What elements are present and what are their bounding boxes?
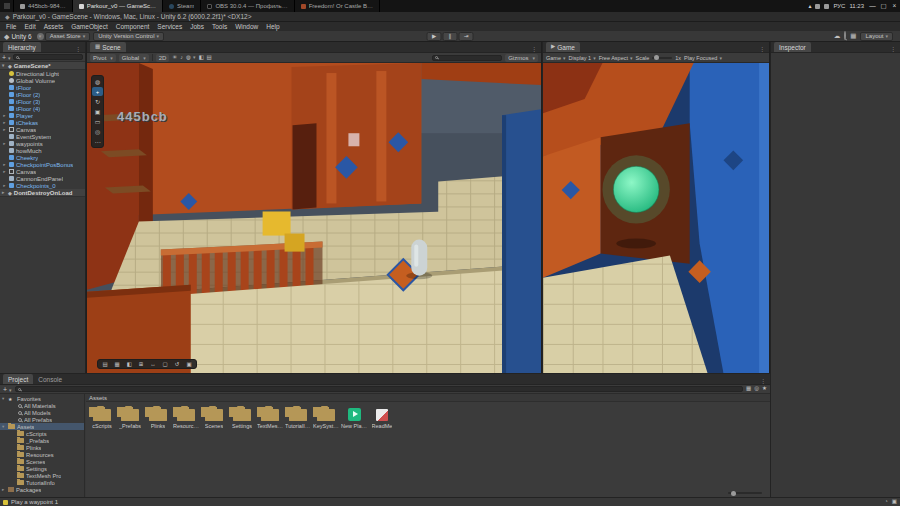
tab-scene[interactable]: ▦Scene (90, 42, 126, 52)
tree-row[interactable]: ▸ Packages (0, 486, 84, 493)
asset-grid-item[interactable]: KeySyste… (313, 406, 339, 429)
asset-grid-item[interactable]: TutorialIn… (285, 406, 311, 429)
tree-row[interactable]: All Models (0, 409, 84, 416)
close-button[interactable]: × (889, 0, 900, 12)
fold-arrow[interactable]: ▸ (2, 113, 7, 118)
tree-row[interactable]: Plinks (0, 444, 84, 451)
tree-row[interactable]: All Materials (0, 402, 84, 409)
pivot-mode-dropdown[interactable]: Pivot (90, 54, 116, 62)
search-icon[interactable] (844, 33, 846, 40)
dontdestroyonload-header[interactable]: ▸ ◆ DontDestroyOnLoad (0, 189, 85, 197)
overlay-button[interactable]: ↺ (172, 360, 182, 368)
hierarchy-item[interactable]: ▸ Player (0, 112, 85, 119)
menu-item[interactable]: Tools (208, 23, 231, 30)
menu-item[interactable]: Help (262, 23, 283, 30)
hierarchy-item[interactable]: tFloor (0, 84, 85, 91)
maximize-button[interactable]: ▢ (878, 0, 889, 12)
tree-row[interactable]: Resources (0, 451, 84, 458)
2d-toggle[interactable]: 2D (156, 54, 170, 62)
hierarchy-item[interactable]: ▸ waypoints (0, 140, 85, 147)
hierarchy-item[interactable]: tFloor (4) (0, 105, 85, 112)
handle-orientation-dropdown[interactable]: Global (119, 54, 149, 62)
scene-3d-text[interactable]: 445bcb (117, 109, 168, 124)
yellow-block[interactable] (263, 211, 291, 235)
layers-icon[interactable]: ▦ (850, 33, 856, 40)
breadcrumb[interactable]: Assets (86, 394, 770, 402)
asset-grid-item[interactable]: Resources (173, 406, 199, 429)
asset-grid-item[interactable]: Settings (229, 406, 255, 429)
create-asset-button[interactable] (3, 386, 12, 393)
hierarchy-item[interactable]: Directional Light (0, 70, 85, 77)
tool-button[interactable]: ▭ (92, 117, 103, 126)
overlay-button[interactable]: ◧ (124, 360, 134, 368)
fold-arrow[interactable]: ▸ (2, 120, 7, 125)
asset-grid-item[interactable]: TextMes… (257, 406, 283, 429)
hierarchy-item[interactable]: ▸ Checkpoints_0 (0, 182, 85, 189)
window-tab[interactable]: Steam (163, 0, 201, 12)
camera-icon[interactable]: ▤ (207, 55, 212, 61)
menu-item[interactable]: Window (231, 23, 262, 30)
overlay-button[interactable]: ▣ (184, 360, 194, 368)
menu-item[interactable]: Edit (20, 23, 39, 30)
project-search-input[interactable] (15, 386, 743, 392)
gizmos-dropdown[interactable]: Gizmos (505, 54, 538, 62)
window-tab[interactable]: OBS 30.0.4 — Профиль… (201, 0, 294, 12)
network-icon[interactable] (815, 4, 820, 9)
hierarchy-item[interactable]: tFloor (2) (0, 91, 85, 98)
version-control-button[interactable]: Unity Version Control (93, 32, 164, 41)
effects-dropdown-icon[interactable]: ◍ (186, 55, 195, 61)
menu-item[interactable]: Services (153, 23, 186, 30)
game-mode-dropdown[interactable]: Game (546, 55, 566, 61)
fold-arrow[interactable]: ▸ (2, 487, 6, 492)
hierarchy-item[interactable]: ▸ Canvas (0, 168, 85, 175)
status-message[interactable]: Play a waypoint 1 (11, 499, 58, 505)
thumbnail-size-slider[interactable] (728, 492, 762, 494)
fold-arrow[interactable]: ▸ (2, 162, 7, 167)
tab-hierarchy[interactable]: Hierarchy (3, 42, 41, 52)
menu-item[interactable]: GameObject (67, 23, 112, 30)
tree-row[interactable]: _Prefabs (0, 437, 84, 444)
hierarchy-item[interactable]: ▸ Canvas (0, 126, 85, 133)
asset-store-button[interactable]: Asset Store (45, 32, 91, 41)
blue-pillar[interactable] (502, 109, 541, 373)
aspect-dropdown[interactable]: Free Aspect (599, 55, 633, 61)
hierarchy-item[interactable]: EventSystem (0, 133, 85, 140)
overlay-button[interactable]: ▢ (160, 360, 170, 368)
player-capsule[interactable] (411, 240, 427, 276)
volume-icon[interactable] (824, 4, 829, 9)
audio-toggle-icon[interactable]: ♪ (180, 55, 183, 61)
step-button[interactable]: ⇥ (459, 32, 474, 41)
play-button[interactable]: ▶ (427, 32, 442, 41)
tray-chevron-icon[interactable]: ▴ (808, 3, 811, 9)
pause-button[interactable]: ∥ (443, 32, 458, 41)
tree-row[interactable]: ▾ Assets (0, 423, 84, 430)
asset-grid-item[interactable]: Scenes (201, 406, 227, 429)
tree-row[interactable]: cScripts (0, 430, 84, 437)
clock[interactable]: 11:23 (849, 3, 864, 9)
hierarchy-search-input[interactable] (13, 54, 83, 60)
cache-status-icon[interactable]: ▣ (892, 499, 897, 505)
keyboard-language[interactable]: РУС (833, 3, 845, 9)
scale-slider[interactable] (652, 57, 672, 59)
asset-grid-item[interactable]: Plinks (145, 406, 171, 429)
layout-dropdown[interactable]: Layout (860, 32, 893, 41)
window-tab[interactable]: Parkour_v0 — GameSc… (73, 0, 163, 12)
fold-arrow[interactable]: ▸ (2, 141, 7, 146)
scene-header[interactable]: ▾ ◆ GameScene* (0, 62, 85, 70)
menu-item[interactable]: File (2, 23, 20, 30)
tree-row[interactable]: All Prefabs (0, 416, 84, 423)
tree-row[interactable]: TextMesh Pro (0, 472, 84, 479)
game-viewport[interactable] (543, 63, 769, 373)
tool-button[interactable]: ↻ (92, 97, 103, 106)
menu-item[interactable]: Jobs (186, 23, 208, 30)
tool-button[interactable]: ◍ (92, 77, 103, 86)
overlay-button[interactable]: ⊞ (136, 360, 146, 368)
display-dropdown[interactable]: Display 1 (569, 55, 596, 61)
fold-arrow[interactable]: ▾ (2, 63, 6, 68)
window-tab[interactable]: Freedom! Or Castle B… (295, 0, 380, 12)
menu-item[interactable]: Component (112, 23, 154, 30)
asset-grid-item[interactable]: New Play… (341, 406, 367, 429)
tab-inspector[interactable]: Inspector (774, 42, 811, 52)
tree-row[interactable]: Settings (0, 465, 84, 472)
tab-console[interactable]: Console (33, 374, 67, 384)
